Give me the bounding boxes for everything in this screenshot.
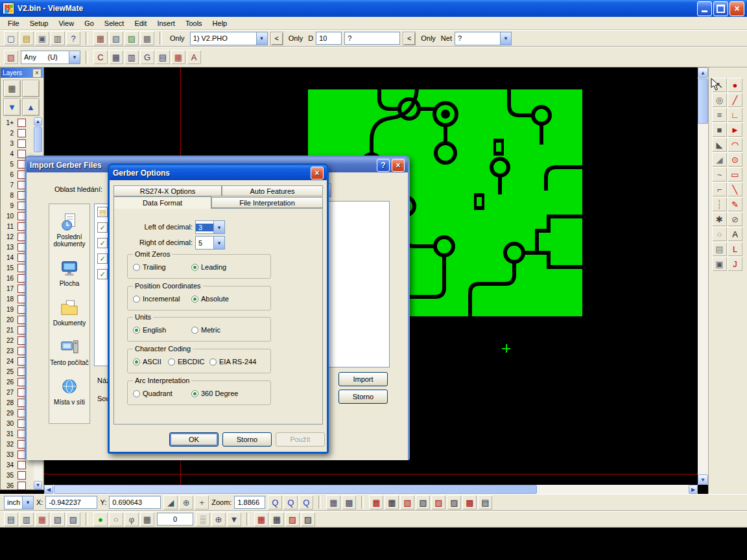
snap-icon[interactable]: + xyxy=(195,495,209,509)
probe-icon[interactable]: φ xyxy=(124,512,139,526)
anchor-icon[interactable]: ⊕ xyxy=(211,512,226,526)
highlight-grid-icon[interactable]: ▦ xyxy=(109,50,123,64)
neg-pad-icon[interactable]: ▦ xyxy=(369,495,383,509)
layer-color-box[interactable] xyxy=(18,482,26,490)
menu-select[interactable]: Select xyxy=(99,18,130,29)
layer-color-box[interactable] xyxy=(18,471,26,480)
dcode-input[interactable]: 10 xyxy=(316,32,342,45)
layer-color-box[interactable] xyxy=(18,129,26,137)
open-file-icon[interactable]: ▤ xyxy=(19,31,34,45)
menu-edit[interactable]: Edit xyxy=(129,18,152,29)
move-layer-down-icon[interactable]: ▼ xyxy=(3,99,21,116)
draw-line-icon[interactable]: ╱ xyxy=(728,93,742,107)
checked-file-icon[interactable]: ✓ xyxy=(97,253,108,264)
film-strip-alt-icon[interactable]: ▥ xyxy=(19,512,34,526)
neg-film-icon[interactable]: ▨ xyxy=(431,495,445,509)
dots-column-icon[interactable]: ┆ xyxy=(712,197,727,211)
radio-metric[interactable]: Metric xyxy=(191,326,220,334)
ok-button[interactable]: OK xyxy=(169,432,219,447)
pos-trace-icon[interactable]: ▧ xyxy=(416,495,430,509)
ready-light-icon[interactable]: ● xyxy=(93,512,108,526)
checked-file-icon[interactable]: ✓ xyxy=(97,269,108,279)
layer-row[interactable]: 2 xyxy=(1,128,33,138)
save-file-icon[interactable]: ▣ xyxy=(35,31,49,45)
erase-icon[interactable]: ⊘ xyxy=(728,212,742,226)
draw-ortho-icon[interactable]: ∟ xyxy=(728,108,742,122)
origin-icon[interactable]: ⊕ xyxy=(179,495,193,509)
dots-grid-icon[interactable]: ▩ xyxy=(342,495,356,509)
layer-color-box[interactable] xyxy=(18,150,26,158)
select-net-icon[interactable]: ▩ xyxy=(140,31,154,45)
layer-row[interactable]: 3 xyxy=(1,138,33,148)
radio-absolute[interactable]: Absolute xyxy=(191,295,229,303)
only-net-toggle[interactable]: Only xyxy=(418,33,438,43)
chevron-down-icon[interactable]: ▾ xyxy=(500,32,511,45)
layer-color-box[interactable] xyxy=(18,139,26,148)
ruler-icon[interactable]: ▤ xyxy=(712,242,727,256)
move-layer-up-icon[interactable]: ▲ xyxy=(22,99,40,116)
scroll-right-button[interactable]: ▶ xyxy=(689,485,698,494)
flash-point-icon[interactable]: ● xyxy=(728,78,742,92)
sketch-icon[interactable]: ✎ xyxy=(728,197,742,211)
chevron-down-icon[interactable]: ▾ xyxy=(213,237,224,249)
chevron-down-icon[interactable]: ▾ xyxy=(22,496,33,509)
pad-pattern-pos-icon[interactable]: ▦ xyxy=(270,512,284,526)
radio-ebcdic[interactable]: EBCDIC xyxy=(168,358,205,366)
diagonal-icon[interactable]: ╲ xyxy=(728,182,742,196)
prev-dcode-button[interactable]: < xyxy=(270,32,283,45)
close-icon[interactable]: × xyxy=(32,69,42,78)
grid-big-icon[interactable]: ▦ xyxy=(140,512,154,526)
draw-circle-icon[interactable]: ⊙ xyxy=(728,152,742,167)
scroll-up-button[interactable]: ▲ xyxy=(698,67,708,78)
annotations-icon[interactable]: A xyxy=(187,50,201,64)
dcode-spinner[interactable]: 0 xyxy=(157,513,193,526)
screen-icon[interactable]: ▣ xyxy=(712,257,727,271)
only-layer-toggle[interactable]: Only xyxy=(167,33,187,43)
dcode-list-icon[interactable]: ≡ xyxy=(712,108,727,122)
film-strip-icon[interactable]: ▤ xyxy=(4,512,18,526)
place-documents[interactable]: Dokumenty xyxy=(50,298,89,327)
tab-auto-features[interactable]: Auto Features xyxy=(222,185,323,196)
red-grid-icon[interactable]: ▦ xyxy=(171,50,185,64)
radio-incremental[interactable]: Incremental xyxy=(133,295,180,303)
context-help-icon[interactable]: ? xyxy=(66,31,80,45)
draw-arrow-icon[interactable]: ► xyxy=(728,122,742,137)
print-icon[interactable]: ▥ xyxy=(51,31,65,45)
select-dcode-icon[interactable]: ▨ xyxy=(124,31,139,45)
unit-combo[interactable]: inch ▾ xyxy=(4,496,34,509)
trace-pattern-pos-icon[interactable]: ▨ xyxy=(301,512,315,526)
right-of-decimal-combo[interactable]: 5 ▾ xyxy=(195,236,225,250)
layers-stack-icon[interactable]: ▧ xyxy=(51,512,65,526)
trace-pattern-neg-icon[interactable]: ▨ xyxy=(285,512,300,526)
gear-icon[interactable]: ✱ xyxy=(712,212,727,226)
filled-rect-icon[interactable]: ■ xyxy=(712,122,727,137)
draw-arc-icon[interactable]: ◠ xyxy=(728,137,742,152)
tab-file-interpretation[interactable]: File Interpretation xyxy=(211,197,323,208)
zoom-out-icon[interactable]: Q xyxy=(299,495,313,509)
radio-english[interactable]: English xyxy=(133,326,166,334)
select-trace-icon[interactable]: ▧ xyxy=(109,31,123,45)
radio-leading[interactable]: Leading xyxy=(191,263,226,271)
pad-pattern-neg-icon[interactable]: ▦ xyxy=(254,512,268,526)
pads-grid-icon[interactable]: ▤ xyxy=(156,50,170,64)
measure-icon[interactable]: ◢ xyxy=(163,495,178,509)
menu-help[interactable]: Help xyxy=(208,18,233,29)
neg-trace-icon[interactable]: ▧ xyxy=(400,495,414,509)
net-combo[interactable]: ? ▾ xyxy=(455,32,512,45)
scroll-down-button[interactable]: ▼ xyxy=(698,474,708,485)
lasso-icon[interactable]: ○ xyxy=(712,227,727,241)
horizontal-scrollbar[interactable]: ◀ ▶ xyxy=(44,485,698,494)
left-of-decimal-combo[interactable]: 3 ▾ xyxy=(195,220,225,234)
select-filter-icon[interactable]: ▧ xyxy=(4,50,18,64)
dcode-grid-icon[interactable]: ▦ xyxy=(35,512,49,526)
radio-eia-rs244[interactable]: EIA RS-244 xyxy=(209,358,256,366)
select-pad-icon[interactable]: ▦ xyxy=(93,31,108,45)
minimize-button[interactable] xyxy=(697,1,712,16)
dcode-query-input[interactable]: ? xyxy=(344,32,400,45)
apply-button[interactable]: Použít xyxy=(276,432,325,447)
zoom-window-icon[interactable]: Q xyxy=(268,495,282,509)
only-dcode-toggle[interactable]: Only xyxy=(286,33,306,43)
text-icon[interactable]: A xyxy=(728,227,742,241)
prev-net-button[interactable]: < xyxy=(403,32,416,45)
board-view-icon[interactable]: ▩ xyxy=(462,495,477,509)
